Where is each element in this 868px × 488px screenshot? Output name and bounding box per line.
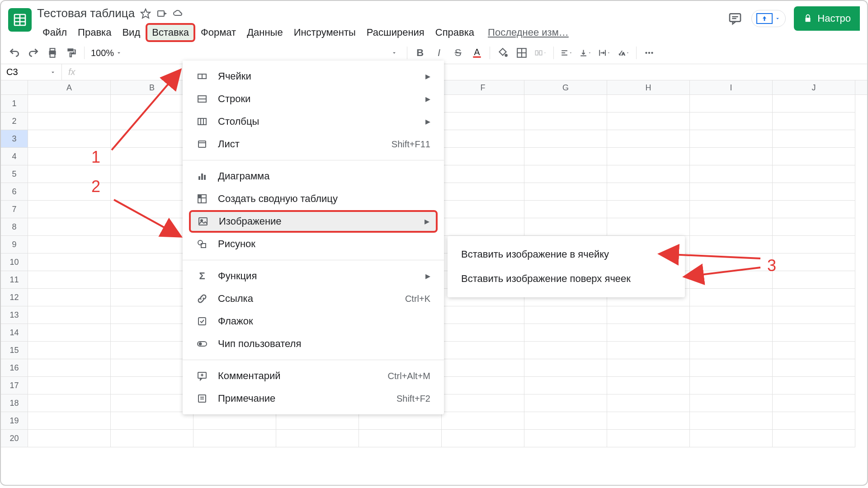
cell[interactable] — [524, 430, 607, 447]
cell[interactable] — [28, 130, 111, 148]
row-header[interactable]: 9 — [1, 236, 28, 253]
col-header[interactable]: H — [607, 80, 690, 94]
redo-icon[interactable] — [27, 47, 40, 59]
cell[interactable] — [111, 183, 193, 201]
cell[interactable] — [690, 289, 773, 306]
print-icon[interactable] — [46, 47, 59, 59]
cell[interactable] — [607, 113, 690, 130]
cell[interactable] — [607, 183, 690, 201]
more-icon[interactable] — [643, 47, 656, 59]
cell[interactable] — [690, 148, 773, 165]
cell[interactable] — [28, 359, 111, 377]
menu-insert[interactable]: Вставка — [146, 23, 195, 42]
cell[interactable] — [524, 113, 607, 130]
cell[interactable] — [28, 95, 111, 113]
cell[interactable] — [690, 95, 773, 113]
name-box[interactable]: C3 — [1, 64, 62, 80]
cell[interactable] — [524, 306, 607, 324]
cell[interactable] — [276, 412, 359, 430]
cell[interactable] — [690, 412, 773, 430]
sm-image-in-cell[interactable]: Вставить изображение в ячейку — [448, 242, 685, 267]
cell[interactable] — [690, 183, 773, 201]
cell[interactable] — [111, 306, 193, 324]
borders-icon[interactable] — [515, 47, 528, 59]
row-header[interactable]: 15 — [1, 342, 28, 359]
cell[interactable] — [690, 165, 773, 183]
cell[interactable] — [773, 306, 855, 324]
cell[interactable] — [690, 218, 773, 236]
row-header[interactable]: 8 — [1, 218, 28, 236]
cell[interactable] — [773, 342, 855, 359]
dd-link[interactable]: СсылкаCtrl+K — [183, 287, 444, 310]
valign-icon[interactable] — [579, 47, 592, 59]
cell[interactable] — [524, 165, 607, 183]
cell[interactable] — [111, 324, 193, 342]
cell[interactable] — [607, 430, 690, 447]
cell[interactable] — [773, 271, 855, 289]
cell[interactable] — [607, 359, 690, 377]
cell[interactable] — [28, 148, 111, 165]
cell[interactable] — [442, 342, 524, 359]
cell[interactable] — [524, 412, 607, 430]
cell[interactable] — [607, 95, 690, 113]
cell[interactable] — [111, 95, 193, 113]
move-icon[interactable] — [156, 8, 167, 19]
cell[interactable] — [607, 306, 690, 324]
cell[interactable] — [690, 430, 773, 447]
halign-icon[interactable] — [560, 47, 573, 59]
cell[interactable] — [690, 271, 773, 289]
cell[interactable] — [773, 430, 855, 447]
star-icon[interactable] — [140, 8, 151, 19]
cell[interactable] — [111, 430, 193, 447]
cell[interactable] — [690, 359, 773, 377]
cell[interactable] — [442, 412, 524, 430]
cell[interactable] — [773, 377, 855, 394]
cell[interactable] — [524, 342, 607, 359]
cell[interactable] — [773, 394, 855, 412]
cell[interactable] — [773, 183, 855, 201]
cell[interactable] — [690, 342, 773, 359]
dropdown-arrow-icon[interactable] — [388, 47, 401, 59]
cell[interactable] — [111, 342, 193, 359]
col-header[interactable]: F — [442, 80, 524, 94]
cell[interactable] — [773, 253, 855, 271]
cell[interactable] — [524, 324, 607, 342]
cell[interactable] — [773, 218, 855, 236]
cell[interactable] — [442, 430, 524, 447]
cell[interactable] — [111, 165, 193, 183]
cell[interactable] — [524, 394, 607, 412]
cell[interactable] — [607, 148, 690, 165]
cell[interactable] — [773, 412, 855, 430]
dd-note[interactable]: ПримечаниеShift+F2 — [183, 387, 444, 410]
menu-file[interactable]: Файл — [37, 23, 72, 42]
cell[interactable] — [607, 218, 690, 236]
cell[interactable] — [28, 342, 111, 359]
fill-color-icon[interactable] — [496, 47, 509, 59]
cell[interactable] — [773, 113, 855, 130]
cell[interactable] — [773, 359, 855, 377]
menu-format[interactable]: Формат — [195, 23, 241, 42]
row-header[interactable]: 20 — [1, 430, 28, 447]
cell[interactable] — [607, 412, 690, 430]
row-header[interactable]: 11 — [1, 271, 28, 289]
cell[interactable] — [773, 324, 855, 342]
col-header[interactable]: J — [773, 80, 855, 94]
cell[interactable] — [28, 306, 111, 324]
row-header[interactable]: 3 — [1, 130, 28, 148]
cell[interactable] — [524, 95, 607, 113]
col-header[interactable]: B — [111, 80, 193, 94]
cell[interactable] — [111, 271, 193, 289]
cell[interactable] — [690, 394, 773, 412]
row-header[interactable]: 10 — [1, 253, 28, 271]
text-color-icon[interactable]: A — [471, 47, 483, 59]
cell[interactable] — [607, 165, 690, 183]
row-header[interactable]: 7 — [1, 201, 28, 218]
cell[interactable] — [524, 359, 607, 377]
cell[interactable] — [28, 113, 111, 130]
dd-rows[interactable]: Строки▸ — [183, 88, 444, 110]
cell[interactable] — [442, 148, 524, 165]
cell[interactable] — [442, 165, 524, 183]
row-header[interactable]: 17 — [1, 377, 28, 394]
cell[interactable] — [28, 430, 111, 447]
cell[interactable] — [690, 253, 773, 271]
